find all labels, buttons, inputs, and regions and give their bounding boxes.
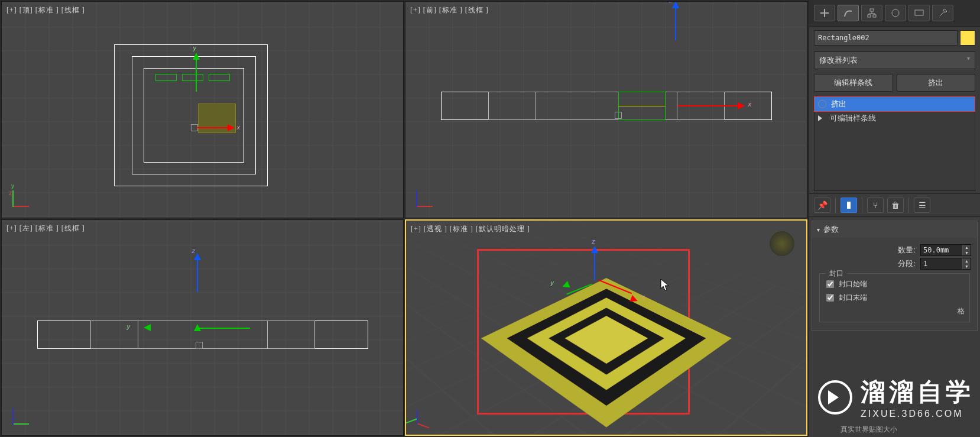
object-color-swatch[interactable]	[960, 30, 975, 46]
segments-spinner[interactable]: ▲▼	[920, 258, 971, 270]
show-end-result-button[interactable]	[841, 198, 857, 213]
svg-rect-1	[868, 15, 871, 17]
svg-rect-5	[847, 202, 851, 209]
svg-rect-4	[915, 10, 923, 15]
cap-end-label: 封口末端	[839, 293, 867, 303]
axis-tripod: z y	[12, 183, 36, 207]
svg-point-3	[892, 9, 899, 17]
remove-modifier-button[interactable]: 🗑	[887, 198, 904, 213]
viewport-persp-label: [+] [透视 ] [标准 ] [默认明暗处理 ]	[411, 224, 530, 234]
tab-modify[interactable]	[838, 5, 859, 21]
segments-input[interactable]	[921, 258, 962, 269]
visibility-toggle-icon[interactable]	[818, 100, 826, 108]
panel-tabs	[809, 0, 980, 27]
stack-item-editable-spline[interactable]: 可编辑样条线	[814, 111, 975, 125]
spin-down[interactable]: ▼	[963, 250, 971, 255]
modifier-stack[interactable]: 挤出 可编辑样条线	[814, 96, 975, 191]
viewport-perspective[interactable]: [+] [透视 ] [标准 ] [默认明暗处理 ] z x y	[405, 219, 807, 436]
viewport-left[interactable]: [+] [左] [标准 ] [线框 ] y z	[1, 219, 404, 436]
status-bar-text: 真实世界贴图大小	[841, 425, 897, 435]
axis-tripod	[12, 401, 36, 425]
axis-tripod	[416, 183, 440, 207]
tab-motion[interactable]	[885, 5, 906, 21]
tab-hierarchy[interactable]	[861, 5, 882, 21]
cap-end-checkbox[interactable]	[826, 294, 834, 302]
watermark-sub-text: ZIXUE.3D66.COM	[861, 409, 974, 419]
modifier-list-dropdown[interactable]: 修改器列表	[814, 51, 975, 69]
edit-spline-button[interactable]: 编辑样条线	[814, 74, 893, 92]
spin-down[interactable]: ▼	[963, 264, 971, 269]
watermark: 溜溜自学 ZIXUE.3D66.COM	[818, 376, 974, 419]
spin-up[interactable]: ▲	[963, 245, 971, 250]
view-cube[interactable]	[770, 231, 794, 256]
command-panel: 修改器列表 编辑样条线 挤出 挤出 可编辑样条线 📌 ⑂ 🗑 ☰	[809, 0, 980, 437]
viewport-front[interactable]: [+] [前] [标准 ] [线框 ] x z	[405, 1, 807, 218]
amount-input[interactable]	[921, 245, 962, 255]
axis-x-label: x	[237, 124, 241, 131]
object-name-field[interactable]	[814, 30, 958, 46]
axis-tripod	[417, 400, 440, 424]
axis-y-label: y	[193, 44, 197, 51]
amount-spinner[interactable]: ▲▼	[920, 244, 971, 256]
amount-label: 数量:	[898, 245, 916, 255]
cap-start-label: 封口始端	[839, 279, 867, 289]
viewport-top-label: [+] [顶] [标准 ] [线框 ]	[7, 5, 85, 15]
option-truncated-label: 格	[958, 306, 965, 316]
viewport-left-label: [+] [左] [标准 ] [线框 ]	[7, 224, 85, 234]
stack-item-extrude[interactable]: 挤出	[814, 96, 975, 112]
watermark-main-text: 溜溜自学	[861, 376, 974, 409]
viewport-front-label: [+] [前] [标准 ] [线框 ]	[410, 5, 489, 15]
viewport-top[interactable]: [+] [顶] [标准 ] [线框 ] x y	[1, 1, 404, 218]
svg-rect-2	[873, 15, 876, 17]
configure-sets-button[interactable]: ☰	[914, 198, 930, 213]
rollout-parameters: ▾参数 数量: ▲▼ 分段: ▲▼ 封口	[812, 221, 978, 331]
spin-up[interactable]: ▲	[963, 258, 971, 264]
extrude-button[interactable]: 挤出	[897, 74, 976, 92]
make-unique-button[interactable]: ⑂	[867, 198, 884, 213]
expand-icon[interactable]	[818, 115, 825, 121]
watermark-play-icon	[818, 380, 852, 415]
tab-display[interactable]	[908, 5, 930, 21]
mouse-cursor	[660, 279, 670, 292]
cap-start-checkbox[interactable]	[826, 280, 834, 288]
tab-utilities[interactable]	[932, 5, 953, 21]
tab-create[interactable]	[814, 5, 835, 21]
rollout-parameters-header[interactable]: ▾参数	[812, 221, 977, 238]
capping-group-label: 封口	[826, 268, 847, 279]
pin-stack-button[interactable]: 📌	[814, 198, 830, 213]
svg-rect-0	[870, 9, 874, 11]
segments-label: 分段:	[898, 258, 916, 269]
